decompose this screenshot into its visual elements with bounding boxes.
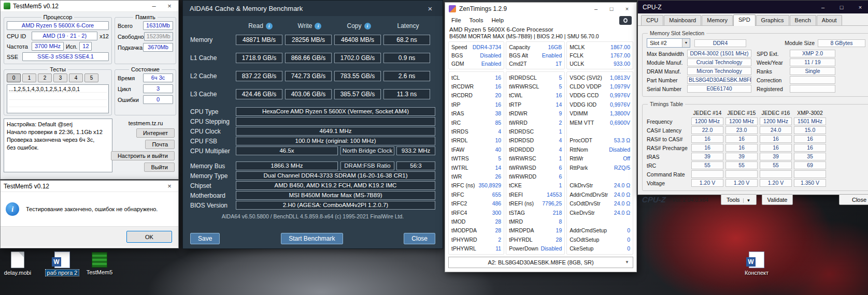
testmem5-action-button[interactable]: Интернет — [136, 128, 175, 138]
website-link[interactable]: testmem.tz.ru — [116, 120, 176, 126]
validate-button[interactable]: Validate — [762, 194, 793, 205]
save-button[interactable]: Save — [190, 233, 220, 244]
cpuz-tab[interactable]: Mainboard — [664, 15, 701, 25]
testmem5-action-button[interactable]: Настроить и выйти — [111, 151, 175, 160]
timing-row: tCKE1 — [509, 181, 562, 190]
dimm-selector[interactable]: A2: BLS8G4D30AESBK.M8FE (8GB, SR) ▼ — [448, 257, 633, 268]
test-number-button[interactable]: 2 — [38, 73, 52, 82]
timing-label: tRDRDDD — [509, 146, 534, 153]
close-icon[interactable]: × — [619, 6, 635, 12]
cpuz-tab[interactable]: CPU — [641, 15, 663, 25]
state-row: Время 6ч 3с — [118, 73, 173, 82]
timing-label: tCKE — [509, 182, 522, 188]
summary-group-1: SpeedDDR4-3734BGSDisabledGDMEnabled — [448, 41, 504, 69]
timings-column-1: tCL16tRCDWR16tRCDRD20tRP16tRAS38tRC85tRR… — [448, 71, 504, 255]
start-benchmark-button[interactable]: Start Benchmark — [281, 233, 343, 244]
timing-label: tRDRDSC — [509, 128, 534, 135]
desktop-icon-testmem5[interactable]: TestMem5 — [83, 252, 116, 275]
timing-label: tSTAG — [509, 210, 525, 216]
voltage-row: VDDG CCD0,9976V — [570, 91, 630, 100]
close-icon[interactable]: × — [162, 182, 177, 190]
maximize-icon[interactable]: □ — [832, 4, 851, 10]
voltage-value: 0 — [627, 227, 630, 233]
read-info-icon[interactable]: i — [266, 23, 273, 30]
timings-cell-jedec15: 55 — [725, 161, 758, 169]
aida64-titlebar[interactable]: AIDA64 Cache & Memory Benchmark × — [183, 1, 443, 16]
state-row-value: 6ч 3с — [143, 73, 173, 82]
timing-label: tRCDWR — [451, 83, 474, 90]
write-info-icon[interactable]: i — [315, 23, 321, 30]
test-log-line: без ошибок. — [7, 144, 109, 152]
cpuz-tab[interactable]: Bench — [790, 15, 816, 25]
dialog-titlebar[interactable]: TestMem5 v0.12 × — [1, 181, 178, 192]
voltage-label: RttNom — [570, 146, 588, 153]
cpuz-tab[interactable]: Graphics — [756, 15, 789, 25]
maximize-icon[interactable]: □ — [604, 6, 619, 12]
timings-row-label: RAS# to CAS# — [647, 136, 691, 142]
cpuz-titlebar[interactable]: CPU-Z – □ × — [638, 1, 868, 13]
close-button[interactable]: Close — [404, 233, 435, 244]
close-icon[interactable]: × — [851, 4, 868, 10]
minimize-icon[interactable]: – — [588, 6, 604, 12]
benchmark-row: L1 Cache 1718.9 GB/s 868.66 GB/s 1702.0 … — [190, 53, 435, 63]
cpuz-tab[interactable]: SPD — [733, 14, 756, 26]
ok-button[interactable]: OK — [126, 231, 172, 243]
memory-slot-selection-legend: Memory Slot Selection — [648, 30, 706, 36]
cpuz-tab[interactable]: About — [817, 15, 842, 25]
cpu-type-value: HexaCore AMD Ryzen 5 5600X (Vermeer, Soc… — [236, 107, 435, 116]
testmem5-titlebar[interactable]: TestMem5 v0.12 – × — [1, 1, 178, 12]
timing-label: tWR — [451, 173, 462, 180]
bios-version-value: 2.H0 (AGESA: ComboAM4v2PI 1.2.0.7) — [236, 201, 435, 210]
benchmark-latency-value: 68.2 ns — [383, 35, 430, 45]
summary-label: Cmd2T — [509, 61, 527, 67]
copy-info-icon[interactable]: i — [364, 23, 371, 30]
desktop-icon-rab-proga[interactable]: раб прога 2 — [46, 252, 79, 276]
timing-row: tRFC4300 — [451, 208, 501, 217]
spd-field-row: Module Manuf. Crucial Technology Week/Ye… — [647, 58, 865, 66]
timings-cell-jedec15: 16 — [725, 144, 758, 152]
slot-selector[interactable]: Slot #2 ▼ — [647, 38, 690, 48]
test-number-button[interactable]: 0 — [7, 73, 21, 82]
frequency-label: Частота — [7, 43, 30, 50]
test-log: Настройка: Default @serjНачало проверки … — [4, 119, 112, 172]
close-button[interactable]: Close — [839, 194, 868, 205]
zentimings-titlebar[interactable]: ZenTimings 1.2.9 – □ × — [445, 3, 636, 15]
test-number-button[interactable]: 1 — [22, 73, 36, 82]
timing-row: tRFC2486 — [451, 199, 501, 208]
menu-file[interactable]: File — [447, 17, 465, 24]
summary-row: BGS AltEnabled — [509, 51, 562, 60]
desktop-icon-delay-mobi[interactable]: delay.mobi — [1, 252, 34, 276]
timings-table-row: tRC 55 55 55 69 — [647, 161, 865, 169]
timing-value: 1 — [559, 155, 562, 161]
voltage-row: ProcODT53.3 Ω — [570, 136, 630, 145]
timing-label: tRFC4 — [451, 210, 467, 216]
test-number-button[interactable]: 4 — [69, 73, 83, 82]
tools-button[interactable]: Tools▼ — [721, 194, 757, 205]
summary-label: GDM — [451, 61, 464, 67]
timing-label: tREFI — [509, 191, 523, 198]
timing-label: tCWL — [509, 92, 522, 98]
close-icon[interactable]: × — [424, 4, 436, 13]
timing-value: 16 — [556, 92, 562, 98]
voltage-label: VSOC (SVI2) — [570, 75, 602, 81]
minimize-icon[interactable]: – — [146, 2, 162, 10]
testmem5-action-button[interactable]: Почта — [145, 140, 175, 149]
timings-cell-xmp: 15.0 — [794, 126, 826, 134]
timings-cell-jedec15 — [725, 170, 758, 178]
timing-label: tWRWRSC — [509, 155, 536, 161]
menu-tools[interactable]: Tools — [465, 17, 488, 24]
testmem5-action-button[interactable]: Выйти — [144, 163, 175, 172]
test-sequence-list[interactable]: ...1,2,5,1,4,3,0,1,2,5,1,4,3,0,1 — [7, 84, 109, 113]
voltage-row: ClkDrvStr24.0 Ω — [570, 181, 630, 190]
memory-type-value: DDR4 — [694, 39, 746, 47]
menu-help[interactable]: Help — [487, 17, 508, 24]
timing-value: 4 — [498, 128, 501, 135]
test-number-button[interactable]: 3 — [53, 73, 67, 82]
close-icon[interactable]: × — [162, 2, 177, 10]
desktop-icon-konspekt[interactable]: Конспект — [740, 252, 773, 276]
minimize-icon[interactable]: – — [814, 4, 832, 10]
screenshot-icon[interactable] — [619, 16, 632, 25]
test-number-button[interactable]: 5 — [84, 73, 98, 82]
timing-row: tWRWRSD6 — [509, 163, 562, 172]
cpuz-tab[interactable]: Memory — [702, 15, 733, 25]
